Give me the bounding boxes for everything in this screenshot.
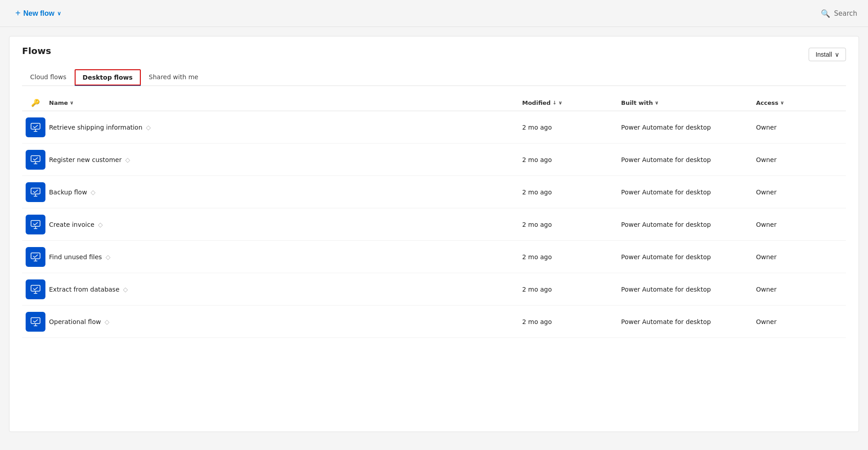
flow-access: Owner: [756, 156, 846, 163]
flow-name: Operational flow: [49, 318, 101, 325]
table-row[interactable]: Find unused files ◇ 2 mo ago Power Autom…: [22, 241, 846, 273]
sort-chevron-icon: ∨: [70, 100, 74, 106]
chevron-down-icon: ∨: [57, 10, 61, 17]
col-header-name[interactable]: Name ∨: [49, 99, 522, 106]
svg-rect-18: [31, 318, 40, 324]
tabs-row: Cloud flows Desktop flows Shared with me: [22, 69, 846, 86]
col-header-built-with[interactable]: Built with ∨: [621, 99, 756, 106]
sort-chevron-modified-icon: ∨: [559, 100, 563, 106]
flow-access: Owner: [756, 221, 846, 228]
flow-built-with: Power Automate for desktop: [621, 156, 756, 163]
flow-modified: 2 mo ago: [522, 189, 621, 196]
premium-icon: ◇: [98, 221, 103, 228]
premium-icon: ◇: [146, 124, 151, 131]
tabs: Cloud flows Desktop flows Shared with me: [22, 69, 206, 86]
search-area[interactable]: 🔍 Search: [821, 9, 857, 18]
flow-icon-cell: [22, 182, 49, 202]
flow-modified: 2 mo ago: [522, 318, 621, 325]
flow-access: Owner: [756, 189, 846, 196]
table-row[interactable]: Retrieve shipping information ◇ 2 mo ago…: [22, 111, 846, 144]
flow-name: Create invoice: [49, 221, 94, 228]
desktop-flow-icon: [30, 316, 41, 327]
sort-down-icon: ↓: [552, 100, 556, 106]
flow-icon-cell: [22, 279, 49, 299]
tab-cloud-flows[interactable]: Cloud flows: [22, 69, 75, 86]
search-label: Search: [834, 9, 857, 18]
flow-modified: 2 mo ago: [522, 221, 621, 228]
premium-icon: ◇: [125, 156, 130, 163]
svg-rect-9: [31, 220, 40, 226]
table-row[interactable]: Extract from database ◇ 2 mo ago Power A…: [22, 273, 846, 306]
flow-icon: [26, 150, 45, 170]
flow-modified: 2 mo ago: [522, 253, 621, 261]
table-row[interactable]: Operational flow ◇ 2 mo ago Power Automa…: [22, 306, 846, 338]
col-header-modified[interactable]: Modified ↓ ∨: [522, 99, 621, 106]
svg-rect-3: [31, 156, 40, 162]
install-chevron-icon: ∨: [835, 51, 839, 58]
table-row[interactable]: Backup flow ◇ 2 mo ago Power Automate fo…: [22, 176, 846, 208]
tab-desktop-flows[interactable]: Desktop flows: [75, 69, 141, 86]
svg-rect-15: [31, 285, 40, 291]
desktop-flow-icon: [30, 122, 41, 133]
topbar-left: + New flow ∨: [11, 5, 66, 21]
flow-icon: [26, 247, 45, 267]
flow-access: Owner: [756, 318, 846, 325]
table-row[interactable]: Register new customer ◇ 2 mo ago Power A…: [22, 144, 846, 176]
svg-rect-0: [31, 123, 40, 129]
flow-built-with: Power Automate for desktop: [621, 221, 756, 228]
flow-name-cell: Register new customer ◇: [49, 156, 522, 163]
sort-chevron-builtwith-icon: ∨: [655, 100, 659, 106]
flow-icon: [26, 215, 45, 234]
flow-name-cell: Backup flow ◇: [49, 189, 522, 196]
table-row[interactable]: Create invoice ◇ 2 mo ago Power Automate…: [22, 208, 846, 241]
flow-icon-cell: [22, 247, 49, 267]
flow-icon: [26, 182, 45, 202]
col-header-access[interactable]: Access ∨: [756, 99, 846, 106]
desktop-flow-icon: [30, 219, 41, 230]
desktop-flow-icon: [30, 187, 41, 198]
flow-icon-cell: [22, 150, 49, 170]
install-button[interactable]: Install ∨: [809, 48, 846, 61]
desktop-flow-icon: [30, 154, 41, 165]
main-content: Flows Install ∨ Cloud flows Desktop flow…: [9, 36, 859, 432]
svg-rect-12: [31, 253, 40, 259]
flow-name-cell: Extract from database ◇: [49, 286, 522, 293]
flow-built-with: Power Automate for desktop: [621, 286, 756, 293]
flow-icon-cell: [22, 117, 49, 137]
flow-name-cell: Create invoice ◇: [49, 221, 522, 228]
flow-built-with: Power Automate for desktop: [621, 318, 756, 325]
desktop-flow-icon: [30, 284, 41, 295]
flow-name: Extract from database: [49, 286, 120, 293]
flow-access: Owner: [756, 286, 846, 293]
flow-access: Owner: [756, 124, 846, 131]
desktop-flow-icon: [30, 252, 41, 262]
page-title: Flows: [22, 45, 51, 56]
flow-name: Retrieve shipping information: [49, 124, 143, 131]
tab-shared-with-me[interactable]: Shared with me: [141, 69, 206, 86]
flow-name: Find unused files: [49, 253, 102, 261]
premium-icon: ◇: [106, 253, 111, 261]
premium-icon: ◇: [123, 286, 128, 293]
flow-access: Owner: [756, 253, 846, 261]
flow-icon: [26, 117, 45, 137]
table-area: 🔑 Name ∨ Modified ↓ ∨ Built with ∨ Acces…: [22, 95, 846, 338]
flow-built-with: Power Automate for desktop: [621, 124, 756, 131]
flow-name-cell: Operational flow ◇: [49, 318, 522, 325]
flow-modified: 2 mo ago: [522, 286, 621, 293]
search-icon: 🔍: [821, 9, 830, 18]
flow-built-with: Power Automate for desktop: [621, 189, 756, 196]
new-flow-label: New flow: [23, 9, 54, 18]
flow-icon: [26, 312, 45, 332]
key-icon: 🔑: [31, 99, 40, 107]
new-flow-button[interactable]: + New flow ∨: [11, 5, 66, 21]
flow-icon-cell: [22, 215, 49, 234]
table-header: 🔑 Name ∨ Modified ↓ ∨ Built with ∨ Acces…: [22, 95, 846, 111]
flow-modified: 2 mo ago: [522, 124, 621, 131]
sort-chevron-access-icon: ∨: [780, 100, 784, 106]
flow-built-with: Power Automate for desktop: [621, 253, 756, 261]
plus-icon: +: [15, 8, 21, 18]
flow-name: Backup flow: [49, 189, 87, 196]
flow-name: Register new customer: [49, 156, 121, 163]
flow-icon-cell: [22, 312, 49, 332]
flow-modified: 2 mo ago: [522, 156, 621, 163]
